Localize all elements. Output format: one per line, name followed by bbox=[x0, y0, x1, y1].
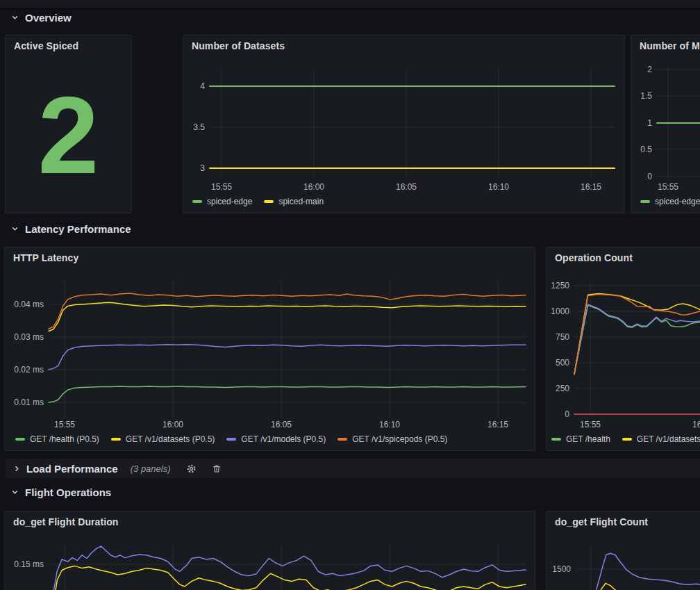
legend-swatch-icon bbox=[192, 200, 202, 203]
svg-text:16:05: 16:05 bbox=[396, 182, 417, 192]
panel-http-latency: HTTP Latency 0.04 ms0.03 ms0.02 ms0.01 m… bbox=[4, 247, 535, 451]
svg-text:0: 0 bbox=[647, 172, 652, 181]
panel-do-get-flight-duration: do_get Flight Duration 0.15 ms bbox=[4, 511, 535, 590]
legend-label: spiced-edge bbox=[655, 197, 700, 206]
panel-operation-count: Operation Count 12501000750500250015:551… bbox=[546, 247, 700, 451]
panel-number-of-models: Number of Models 21.510.5015:55spiced-ed… bbox=[631, 35, 700, 213]
svg-text:1.5: 1.5 bbox=[640, 91, 652, 101]
svg-text:1: 1 bbox=[647, 118, 652, 128]
svg-text:1000: 1000 bbox=[551, 306, 569, 316]
chart-operation-count[interactable]: 12501000750500250015:5516:00GET /healthG… bbox=[547, 247, 700, 450]
svg-text:15:55: 15:55 bbox=[54, 420, 75, 429]
legend-item[interactable]: GET /v1/models (P0.5) bbox=[226, 434, 326, 444]
section-header-overview[interactable]: Overview bbox=[11, 12, 72, 24]
toolbar-edge bbox=[0, 0, 700, 10]
svg-text:16:00: 16:00 bbox=[692, 420, 700, 429]
svg-text:16:15: 16:15 bbox=[581, 182, 601, 192]
svg-text:4: 4 bbox=[200, 81, 205, 91]
legend-item[interactable]: GET /health (P0.5) bbox=[15, 434, 99, 444]
series-GET /health bbox=[574, 305, 700, 374]
svg-text:750: 750 bbox=[556, 332, 569, 342]
gear-icon bbox=[186, 464, 197, 474]
legend-label: GET /v1/datasets (P0.5) bbox=[126, 434, 215, 444]
legend-item[interactable]: GET /v1/spicepods (P0.5) bbox=[338, 434, 447, 444]
chart-canvas: 43.5315:5516:0016:0516:1016:15 bbox=[183, 35, 624, 213]
section-title: Overview bbox=[25, 12, 72, 24]
series-GET /v1/datasets (P0.5) bbox=[49, 302, 526, 331]
svg-text:250: 250 bbox=[556, 384, 569, 393]
svg-text:16:10: 16:10 bbox=[488, 182, 509, 192]
panel-title[interactable]: Number of Datasets bbox=[192, 40, 285, 51]
panel-title[interactable]: do_get Flight Duration bbox=[13, 516, 119, 527]
svg-text:0: 0 bbox=[565, 409, 569, 419]
series-GET /health (P0.5) bbox=[49, 386, 526, 402]
chevron-down-icon bbox=[11, 14, 19, 22]
svg-text:16:05: 16:05 bbox=[271, 420, 292, 429]
panel-count: (3 panels) bbox=[131, 464, 171, 474]
svg-text:16:10: 16:10 bbox=[379, 420, 400, 429]
legend-item[interactable]: spiced-edge bbox=[640, 197, 700, 206]
chart-legend: spiced-edgespiced-main bbox=[192, 197, 324, 206]
chevron-right-icon bbox=[13, 465, 21, 473]
grafana-dashboard: Overview Active Spiced 2 Number of Datas… bbox=[0, 0, 700, 590]
legend-item[interactable]: GET /v1/datasets bbox=[622, 434, 700, 444]
legend-swatch-icon bbox=[640, 200, 650, 203]
panel-title[interactable]: do_get Flight Count bbox=[555, 516, 648, 527]
series-GET /v1/models (P0.5) bbox=[49, 345, 526, 370]
svg-text:16:15: 16:15 bbox=[488, 420, 508, 429]
svg-text:16:00: 16:00 bbox=[162, 420, 183, 429]
series-GET /v1/datasets bbox=[574, 294, 700, 375]
section-header-flight-operations[interactable]: Flight Operations bbox=[11, 486, 111, 498]
chart-legend: GET /health (P0.5)GET /v1/datasets (P0.5… bbox=[15, 434, 447, 444]
svg-text:0.04 ms: 0.04 ms bbox=[14, 300, 44, 309]
panel-title[interactable]: Operation Count bbox=[555, 252, 633, 263]
legend-item[interactable]: GET /v1/datasets (P0.5) bbox=[111, 434, 215, 444]
section-title: Flight Operations bbox=[25, 486, 111, 498]
svg-text:15:55: 15:55 bbox=[658, 182, 678, 192]
series-do_get-count-blue bbox=[595, 553, 700, 590]
series-do_get-count-yellow bbox=[598, 583, 624, 590]
legend-label: GET /v1/datasets bbox=[637, 434, 700, 444]
svg-text:2: 2 bbox=[647, 65, 652, 74]
chart-number-of-datasets[interactable]: 43.5315:5516:0016:0516:1016:15spiced-edg… bbox=[183, 35, 624, 213]
legend-swatch-icon bbox=[338, 438, 347, 441]
chart-canvas: 21.510.5015:55 bbox=[631, 35, 700, 213]
series-do_get-blue bbox=[49, 546, 526, 590]
legend-item[interactable]: spiced-main bbox=[264, 197, 324, 206]
trash-button[interactable] bbox=[212, 464, 222, 474]
legend-item[interactable]: GET /health bbox=[551, 434, 610, 444]
chevron-down-icon bbox=[11, 225, 19, 233]
series-GET /v1/spicepods (P0.5) bbox=[49, 293, 526, 329]
svg-text:0.03 ms: 0.03 ms bbox=[14, 332, 44, 342]
series-do_get-yellow bbox=[49, 566, 526, 590]
gear-button[interactable] bbox=[186, 464, 197, 474]
panel-active-spiced: Active Spiced 2 bbox=[5, 35, 132, 213]
chart-legend: spiced-edge bbox=[640, 197, 700, 206]
section-header-load-performance[interactable]: Load Performance (3 panels) bbox=[6, 459, 700, 478]
panel-title[interactable]: HTTP Latency bbox=[13, 252, 78, 263]
chart-canvas: 0.04 ms0.03 ms0.02 ms0.01 ms15:5516:0016… bbox=[5, 247, 535, 450]
panel-title[interactable]: Number of Models bbox=[640, 40, 700, 51]
svg-text:1250: 1250 bbox=[551, 281, 569, 290]
chevron-down-icon bbox=[11, 489, 19, 496]
section-header-latency-performance[interactable]: Latency Performance bbox=[11, 223, 131, 235]
legend-item[interactable]: spiced-edge bbox=[192, 197, 252, 206]
chart-number-of-models[interactable]: 21.510.5015:55spiced-edge bbox=[631, 35, 700, 213]
legend-swatch-icon bbox=[111, 438, 121, 441]
legend-swatch-icon bbox=[551, 438, 561, 441]
section-title: Latency Performance bbox=[25, 223, 131, 235]
svg-text:0.5: 0.5 bbox=[640, 145, 652, 154]
svg-text:1500: 1500 bbox=[552, 564, 571, 574]
chart-http-latency[interactable]: 0.04 ms0.03 ms0.02 ms0.01 ms15:5516:0016… bbox=[5, 247, 535, 450]
svg-text:15:55: 15:55 bbox=[211, 182, 232, 192]
legend-label: GET /health (P0.5) bbox=[30, 434, 99, 444]
svg-text:0.02 ms: 0.02 ms bbox=[14, 365, 44, 375]
trash-icon bbox=[212, 464, 222, 474]
legend-label: GET /health bbox=[566, 434, 610, 444]
svg-text:16:00: 16:00 bbox=[303, 182, 324, 192]
legend-label: GET /v1/models (P0.5) bbox=[241, 434, 326, 444]
panel-title[interactable]: Active Spiced bbox=[14, 40, 78, 51]
legend-swatch-icon bbox=[264, 200, 274, 203]
chart-canvas: 12501000750500250015:5516:00 bbox=[547, 247, 700, 450]
legend-swatch-icon bbox=[15, 438, 25, 441]
